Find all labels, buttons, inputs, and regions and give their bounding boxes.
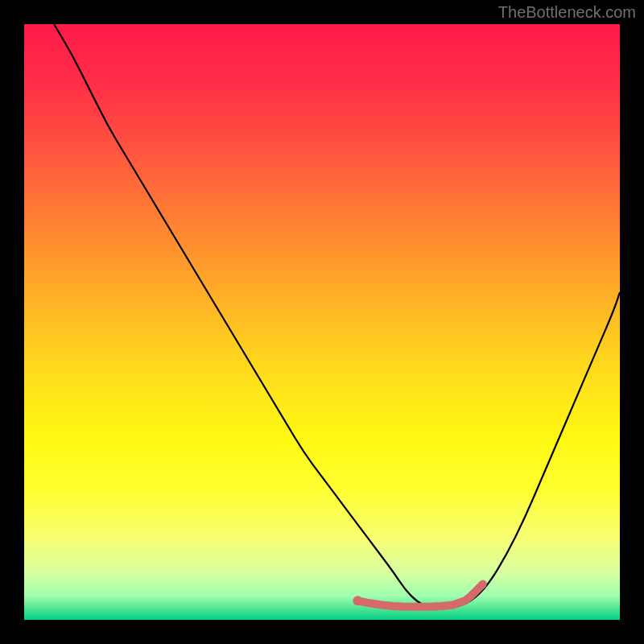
curve-layer bbox=[24, 24, 620, 620]
chart-plot-area bbox=[24, 24, 620, 620]
watermark-text: TheBottleneck.com bbox=[498, 3, 636, 22]
bottleneck-curve bbox=[54, 24, 620, 608]
optimal-range-marker bbox=[353, 584, 482, 607]
